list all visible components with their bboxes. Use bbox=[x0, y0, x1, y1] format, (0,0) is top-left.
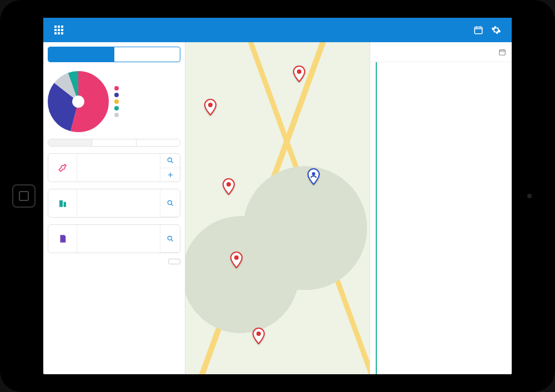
tab-crm[interactable] bbox=[114, 47, 180, 62]
search-icon[interactable] bbox=[160, 154, 180, 168]
counter-created[interactable] bbox=[48, 139, 92, 146]
svg-rect-16 bbox=[500, 49, 506, 54]
svg-point-12 bbox=[226, 182, 231, 187]
map-pin[interactable] bbox=[252, 328, 265, 341]
tab-ecc[interactable] bbox=[48, 47, 114, 62]
date-selector[interactable] bbox=[370, 42, 512, 62]
svg-point-8 bbox=[168, 200, 171, 204]
svg-point-14 bbox=[256, 331, 261, 336]
svg-point-7 bbox=[168, 158, 171, 162]
counter-released[interactable] bbox=[92, 139, 136, 146]
app-header bbox=[43, 18, 512, 42]
legend bbox=[109, 84, 180, 119]
map-pin[interactable] bbox=[222, 178, 235, 192]
nav-service-orders[interactable] bbox=[48, 153, 180, 182]
device-home-button[interactable] bbox=[12, 184, 36, 208]
legend-item-low bbox=[114, 106, 180, 110]
map-pin[interactable] bbox=[204, 99, 217, 112]
timeline-panel bbox=[370, 42, 512, 374]
map[interactable] bbox=[185, 42, 370, 374]
calendar-icon[interactable] bbox=[472, 23, 485, 37]
search-icon[interactable] bbox=[160, 189, 180, 217]
map-pin[interactable] bbox=[292, 66, 306, 79]
svg-point-6 bbox=[60, 83, 97, 120]
svg-rect-0 bbox=[475, 27, 482, 34]
app-screen bbox=[43, 18, 512, 374]
legend-item-medium bbox=[114, 99, 180, 104]
legend-item-very-high bbox=[114, 86, 180, 91]
add-icon[interactable] bbox=[160, 168, 180, 182]
gear-icon[interactable] bbox=[490, 23, 503, 37]
map-pin[interactable] bbox=[230, 252, 243, 265]
hide-button[interactable] bbox=[168, 259, 180, 264]
search-icon[interactable] bbox=[160, 225, 180, 253]
priority-pie-chart bbox=[48, 71, 109, 132]
timeline[interactable] bbox=[370, 62, 512, 374]
map-pin-me[interactable] bbox=[307, 168, 320, 182]
apps-grid-icon[interactable] bbox=[52, 23, 65, 37]
svg-point-10 bbox=[297, 69, 301, 74]
nav-customers[interactable] bbox=[48, 189, 180, 218]
pie-chart-row bbox=[43, 71, 185, 135]
legend-item-none bbox=[114, 113, 180, 117]
bill-icon bbox=[58, 234, 68, 244]
left-panel bbox=[43, 42, 185, 374]
svg-point-13 bbox=[234, 255, 239, 260]
nav-billing[interactable] bbox=[48, 224, 180, 253]
wrench-icon bbox=[58, 163, 68, 173]
nav-label bbox=[77, 189, 160, 217]
counter-completed[interactable] bbox=[137, 139, 180, 146]
source-segmented-control bbox=[48, 47, 180, 62]
legend-item-high bbox=[114, 93, 180, 97]
status-counters bbox=[48, 139, 180, 147]
device-camera-right bbox=[527, 194, 532, 198]
nav-label bbox=[77, 154, 160, 182]
svg-point-11 bbox=[208, 103, 213, 107]
svg-point-15 bbox=[312, 172, 315, 175]
calendar-icon bbox=[498, 48, 506, 56]
svg-point-9 bbox=[168, 236, 171, 240]
tablet-frame bbox=[0, 0, 555, 392]
building-icon bbox=[58, 198, 68, 208]
nav-label bbox=[77, 225, 160, 253]
